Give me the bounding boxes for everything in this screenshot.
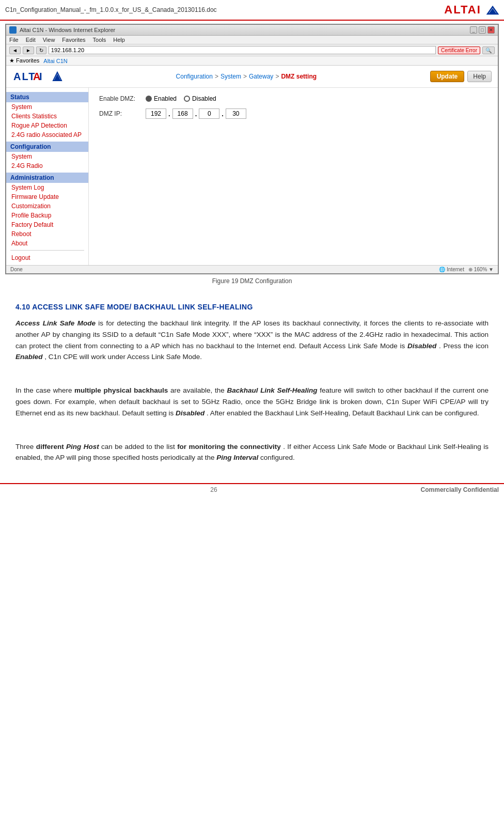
sidebar-item-system-status[interactable]: System: [6, 102, 88, 112]
sidebar-section-administration: Administration: [6, 173, 88, 183]
forward-button[interactable]: ►: [23, 46, 34, 54]
sidebar-item-clients-statistics[interactable]: Clients Statistics: [6, 112, 88, 121]
breadcrumb-gateway[interactable]: Gateway: [249, 73, 273, 80]
sidebar-divider: [10, 250, 84, 251]
browser-menu-bar: File Edit View Favorites Tools Help: [6, 36, 498, 44]
browser-controls: _ □ ✕: [470, 26, 495, 34]
sidebar-logout[interactable]: Logout: [6, 253, 88, 263]
sidebar-item-system-config[interactable]: System: [6, 152, 88, 161]
different-term: different: [36, 443, 66, 451]
browser-icon: [9, 26, 17, 34]
document-title: C1n_Configuration_Manual_-_fm_1.0.0.x_fo…: [5, 6, 217, 13]
back-button[interactable]: ◄: [9, 46, 21, 54]
enabled-term: Enabled: [15, 353, 43, 361]
doc-content: 4.10 Access Link Safe Mode/ Backhaul Lin…: [0, 293, 504, 478]
paragraph-2: In the case where multiple physical back…: [15, 385, 489, 418]
enabled-option[interactable]: Enabled: [146, 95, 177, 102]
dmz-ip-label: DMZ IP:: [99, 110, 140, 117]
footer-right-text: Commercially Confidential: [421, 486, 499, 493]
browser-window: Altai C1N - Windows Internet Explorer _ …: [5, 24, 499, 274]
dmz-radio-group: Enabled Disabled: [146, 95, 216, 102]
menu-tools[interactable]: Tools: [93, 37, 106, 43]
ping-host-term: Ping Host: [66, 443, 99, 451]
paragraph-3: Three different Ping Host can be added t…: [15, 441, 489, 463]
backhaul-self-healing-term: Backhaul Link Self-Healing: [227, 386, 317, 394]
browser-statusbar: Done 🌐 Internet ⊕ 160% ▼: [6, 265, 498, 273]
breadcrumb-current: DMZ setting: [281, 73, 317, 80]
menu-view[interactable]: View: [43, 37, 55, 43]
figure-caption: Figure 19 DMZ Configuration: [0, 277, 504, 285]
router-main: Status System Clients Statistics Rogue A…: [6, 88, 498, 265]
router-ui-container: ALT A I Configuration > System > Gateway…: [6, 66, 498, 273]
address-bar[interactable]: [49, 46, 436, 54]
section-heading-4-10: 4.10 Access Link Safe Mode/ Backhaul Lin…: [15, 301, 489, 313]
sidebar-item-about[interactable]: About: [6, 239, 88, 248]
ip-octet-1[interactable]: [146, 108, 166, 119]
browser-titlebar: Altai C1N - Windows Internet Explorer _ …: [6, 25, 498, 36]
svg-text:I: I: [39, 71, 43, 82]
menu-favorites[interactable]: Favorites: [62, 37, 85, 43]
refresh-button[interactable]: ↻: [36, 46, 46, 54]
altai-logo: ALTAI: [444, 3, 499, 17]
sidebar-item-customization[interactable]: Customization: [6, 201, 88, 211]
sidebar-item-24g-associated[interactable]: 2.4G radio Associated AP: [6, 130, 88, 139]
enable-dmz-label: Enable DMZ:: [99, 95, 140, 102]
statusbar-zoom: ⊕ 160% ▼: [468, 267, 494, 272]
ip-octet-3[interactable]: [199, 108, 219, 119]
altai-c1n-link[interactable]: Altai C1N: [43, 58, 67, 64]
enable-dmz-row: Enable DMZ: Enabled Disabled: [99, 95, 487, 102]
document-footer: 26 Commercially Confidential: [0, 483, 504, 495]
monitoring-term: for monitoring the connectivity: [177, 443, 281, 451]
section-number: 4.10: [15, 303, 30, 311]
ip-dot-3: .: [222, 110, 224, 118]
update-button[interactable]: Update: [430, 71, 465, 82]
sidebar-item-24g-radio[interactable]: 2.4G Radio: [6, 161, 88, 170]
disabled-term-1: Disabled: [407, 342, 436, 350]
document-header: C1n_Configuration_Manual_-_fm_1.0.0.x_fo…: [0, 0, 504, 21]
sidebar-section-status: Status: [6, 92, 88, 102]
header-buttons: Update Help: [430, 71, 492, 82]
footer-left-text: [5, 486, 7, 493]
disabled-radio[interactable]: [184, 96, 190, 102]
statusbar-internet: 🌐 Internet: [439, 267, 464, 272]
address-input[interactable]: [51, 47, 433, 53]
statusbar-left: Done: [10, 267, 23, 272]
spacer-2: [15, 425, 489, 436]
paragraph-1: Access Link Safe Mode is for detecting t…: [15, 318, 489, 362]
browser-toolbar: ◄ ► ↻ Certificate Error 🔍: [6, 44, 498, 56]
svg-text:ALT: ALT: [13, 71, 36, 82]
enabled-radio[interactable]: [146, 96, 152, 102]
router-logo: ALT A I: [12, 69, 62, 84]
sidebar-item-factory-default[interactable]: Factory Default: [6, 220, 88, 229]
ping-interval-term: Ping Interval: [216, 454, 258, 461]
search-button[interactable]: 🔍: [482, 46, 495, 54]
ip-octet-4[interactable]: [226, 108, 246, 119]
access-link-safe-mode-term: Access Link Safe Mode: [15, 319, 96, 327]
menu-help[interactable]: Help: [113, 37, 125, 43]
spacer-1: [15, 369, 489, 380]
cert-error-badge: Certificate Error: [438, 46, 480, 54]
ip-octet-2[interactable]: [172, 108, 193, 119]
router-header: ALT A I Configuration > System > Gateway…: [6, 66, 498, 88]
maximize-button[interactable]: □: [479, 26, 486, 34]
breadcrumb-system[interactable]: System: [220, 73, 241, 80]
sidebar-item-reboot[interactable]: Reboot: [6, 229, 88, 239]
enabled-label: Enabled: [154, 95, 177, 102]
sidebar-item-system-log[interactable]: System Log: [6, 183, 88, 192]
menu-file[interactable]: File: [9, 37, 19, 43]
favorites-bar: ★ Favorites Altai C1N: [6, 56, 498, 66]
sidebar-item-firmware-update[interactable]: Firmware Update: [6, 192, 88, 201]
sidebar-item-rogue-ap[interactable]: Rogue AP Detection: [6, 121, 88, 130]
close-button[interactable]: ✕: [487, 26, 495, 34]
disabled-label: Disabled: [192, 95, 216, 102]
menu-edit[interactable]: Edit: [26, 37, 36, 43]
help-button[interactable]: Help: [467, 71, 492, 82]
content-area: Enable DMZ: Enabled Disabled DM: [89, 88, 498, 265]
minimize-button[interactable]: _: [470, 26, 477, 34]
favorites-label: ★ Favorites: [9, 57, 39, 64]
breadcrumb-configuration[interactable]: Configuration: [176, 73, 213, 80]
disabled-option[interactable]: Disabled: [184, 95, 216, 102]
section-title: Access Link Safe Mode/ Backhaul Link Sel…: [32, 303, 253, 311]
sidebar-item-profile-backup[interactable]: Profile Backup: [6, 211, 88, 220]
ip-dot-1: .: [168, 110, 170, 118]
